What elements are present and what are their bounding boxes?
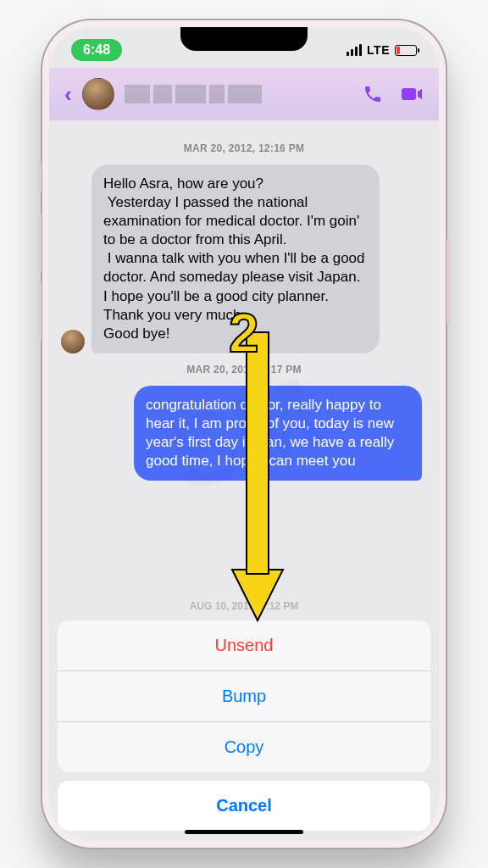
- unsend-button[interactable]: Unsend: [58, 620, 430, 671]
- volume-down: [38, 281, 42, 341]
- phone-frame: SM 6:48 LTE ‹: [41, 19, 447, 849]
- bump-button[interactable]: Bump: [58, 671, 430, 722]
- action-sheet: Unsend Bump Copy Cancel: [49, 620, 439, 841]
- timestamp: MAR 20, 2012, 1:17 PM: [61, 364, 427, 376]
- silent-switch: [38, 163, 42, 193]
- message-row-received: Hello Asra, how are you? Yesterday I pas…: [61, 164, 427, 353]
- battery-icon: [395, 45, 417, 56]
- back-button[interactable]: ‹: [64, 81, 72, 108]
- signal-icon: [347, 44, 362, 56]
- contact-avatar[interactable]: [82, 78, 114, 110]
- time-pill[interactable]: 6:48: [71, 39, 122, 61]
- contact-name-redacted: [125, 85, 352, 103]
- timestamp-dim: AUG 10, 2013, 5:12 PM: [49, 600, 439, 612]
- notch: [180, 27, 308, 51]
- copy-button[interactable]: Copy: [58, 722, 430, 772]
- video-call-icon[interactable]: [400, 84, 424, 104]
- message-row-sent: congratulation doctor, really happy to h…: [61, 386, 427, 481]
- chat-header: ‹: [49, 68, 439, 120]
- screen: SM 6:48 LTE ‹: [49, 27, 439, 841]
- message-bubble-received[interactable]: Hello Asra, how are you? Yesterday I pas…: [92, 164, 380, 353]
- volume-up: [38, 214, 42, 273]
- power-button: [446, 239, 450, 324]
- svg-rect-0: [402, 88, 416, 100]
- voice-call-icon[interactable]: [363, 84, 383, 104]
- timestamp: MAR 20, 2012, 12:16 PM: [61, 142, 427, 154]
- home-indicator[interactable]: [185, 830, 303, 834]
- cancel-button[interactable]: Cancel: [58, 781, 430, 831]
- sender-avatar[interactable]: [61, 330, 85, 353]
- message-bubble-sent[interactable]: congratulation doctor, really happy to h…: [134, 386, 422, 481]
- network-label: LTE: [367, 43, 390, 57]
